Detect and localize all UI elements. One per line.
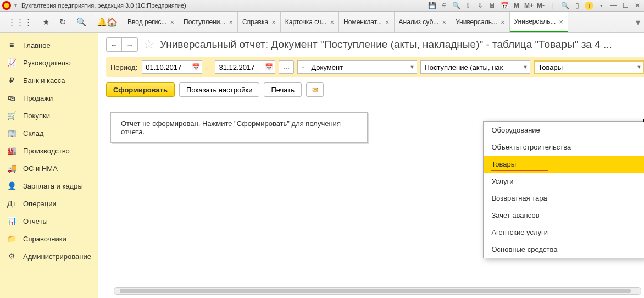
calendar-from-icon[interactable]: 📅 <box>190 61 202 73</box>
doc-icon: ▫ <box>298 64 308 70</box>
home-tab[interactable]: 🏠 <box>101 12 123 32</box>
zoom-icon[interactable]: 🔍 <box>560 2 569 9</box>
dropdown-option[interactable]: Объекты строительства <box>484 139 644 156</box>
maximize-icon[interactable]: ☐ <box>621 2 630 9</box>
tab-0[interactable]: Ввод регис...× <box>123 12 179 32</box>
panels-icon[interactable]: ▯ <box>573 2 581 9</box>
sidebar-item-label: Продажи <box>23 94 53 102</box>
nav-back-icon[interactable]: ← <box>107 38 122 51</box>
tab-close-icon[interactable]: × <box>170 18 174 26</box>
tab-5[interactable]: Анализ суб...× <box>395 12 451 32</box>
sidebar-icon: 📁 <box>7 234 16 243</box>
app-menu-drop-icon[interactable]: ▼ <box>13 3 18 8</box>
m-minus-icon[interactable]: M- <box>536 2 545 9</box>
nav-forward-icon[interactable]: → <box>122 38 137 51</box>
sidebar-item-label: Администрирование <box>23 252 91 261</box>
tab-close-icon[interactable]: × <box>501 18 505 26</box>
window-titlebar: ▼ Бухгалтерия предприятия, редакция 3.0 … <box>0 0 644 12</box>
tab-2[interactable]: Справка× <box>238 12 281 32</box>
apps-grid-icon[interactable]: ⋮⋮⋮ <box>8 17 32 27</box>
tab-4[interactable]: Номенклат...× <box>339 12 394 32</box>
tab-close-icon[interactable]: × <box>330 18 334 26</box>
dropdown-option[interactable]: Зачет авансов <box>484 207 644 224</box>
sidebar-icon: ⚙ <box>7 252 16 261</box>
sidebar-icon: 👤 <box>7 181 16 190</box>
tab-6[interactable]: Универсаль...× <box>451 12 510 32</box>
sidebar-item-12[interactable]: ⚙Администрирование <box>0 247 98 265</box>
tab-close-icon[interactable]: × <box>385 18 390 26</box>
generate-button[interactable]: Сформировать <box>106 82 175 97</box>
tab-label: Карточка сч... <box>285 18 327 26</box>
sidebar-item-4[interactable]: 🛒Покупки <box>0 107 98 124</box>
sidebar-item-7[interactable]: 🚚ОС и НМА <box>0 159 98 177</box>
search-icon[interactable]: 🔍 <box>76 17 87 27</box>
close-window-icon[interactable]: ✕ <box>633 2 642 9</box>
calc-icon[interactable]: 🖩 <box>488 2 497 9</box>
document-select[interactable]: ▼ <box>420 60 530 74</box>
dropdown-option[interactable]: Возвратная тара <box>484 190 644 207</box>
save-icon[interactable]: 💾 <box>428 2 436 9</box>
m-plus-icon[interactable]: M+ <box>524 2 533 9</box>
object-type-select[interactable]: ▫ ▼ <box>297 60 417 74</box>
sidebar-item-1[interactable]: 📈Руководителю <box>0 54 98 71</box>
tabs-overflow-icon[interactable]: ▾ <box>631 12 644 32</box>
tab-7[interactable]: Универсаль...× <box>510 12 569 32</box>
tab-close-icon[interactable]: × <box>229 18 233 26</box>
show-settings-button[interactable]: Показать настройки <box>179 82 259 97</box>
dropdown-option[interactable]: Основные средства <box>484 241 644 258</box>
top-toolbar: ⋮⋮⋮ ★ ↻ 🔍 🔔 🏠 Ввод регис...×Поступлени..… <box>0 12 644 33</box>
sidebar-item-2[interactable]: ₽Банк и касса <box>0 71 98 89</box>
tab-1[interactable]: Поступлени...× <box>179 12 238 32</box>
sidebar-item-3[interactable]: 🛍Продажи <box>0 89 98 107</box>
sidebar-item-label: Операции <box>23 200 57 208</box>
window-title: Бухгалтерия предприятия, редакция 3.0 (1… <box>21 2 428 9</box>
chevron-down-icon[interactable]: ▼ <box>407 61 417 73</box>
sidebar-item-9[interactable]: ДтОперации <box>0 195 98 212</box>
sidebar-item-10[interactable]: 📊Отчеты <box>0 212 98 230</box>
minimize-icon[interactable]: — <box>609 2 618 9</box>
sidebar-item-0[interactable]: ≡Главное <box>0 36 98 54</box>
upload-icon[interactable]: ⇧ <box>464 2 473 9</box>
star-icon[interactable]: ★ <box>42 17 49 27</box>
history-icon[interactable]: ↻ <box>59 17 66 27</box>
period-picker-button[interactable]: ... <box>279 60 294 74</box>
favorite-star-icon[interactable]: ☆ <box>143 37 154 52</box>
sidebar-item-6[interactable]: 🏭Производство <box>0 142 98 159</box>
dropdown-option[interactable]: Оборудование <box>484 122 644 139</box>
horizontal-scrollbar[interactable] <box>114 287 641 295</box>
sidebar-icon: 🚚 <box>7 164 16 173</box>
print-icon[interactable]: 🖨 <box>440 2 448 9</box>
object-type-input[interactable] <box>308 63 407 71</box>
sidebar-item-5[interactable]: 🏢Склад <box>0 124 98 142</box>
sidebar-item-label: Отчеты <box>23 217 48 225</box>
sidebar-item-8[interactable]: 👤Зарплата и кадры <box>0 177 98 195</box>
info-icon[interactable]: i <box>585 2 593 10</box>
mail-button[interactable]: ✉ <box>306 82 324 97</box>
sidebar: ≡Главное📈Руководителю₽Банк и касса🛍Прода… <box>0 33 98 298</box>
chevron-down-icon[interactable]: ▼ <box>520 61 530 73</box>
table-select[interactable]: ▼ <box>534 60 644 74</box>
toolbar-left: ⋮⋮⋮ ★ ↻ 🔍 🔔 <box>0 12 101 32</box>
date-to-field[interactable]: 📅 <box>215 60 275 74</box>
date-from-field[interactable]: 📅 <box>142 60 202 74</box>
table-input[interactable] <box>535 63 634 71</box>
link-icon[interactable]: 🔍 <box>452 2 460 9</box>
chevron-down-icon[interactable]: ▼ <box>634 61 643 73</box>
tab-3[interactable]: Карточка сч...× <box>281 12 339 32</box>
dropdown-option[interactable]: Товары <box>484 156 644 173</box>
date-from-input[interactable] <box>142 63 190 71</box>
date-to-input[interactable] <box>215 63 263 71</box>
dropdown-option[interactable]: Агентские услуги <box>484 224 644 241</box>
print-button[interactable]: Печать <box>264 82 302 97</box>
tab-close-icon[interactable]: × <box>442 18 446 26</box>
download-icon[interactable]: ⇩ <box>476 2 485 9</box>
calendar-icon[interactable]: 📅 <box>500 2 509 9</box>
tab-close-icon[interactable]: × <box>559 18 563 26</box>
calendar-to-icon[interactable]: 📅 <box>263 61 275 73</box>
tab-close-icon[interactable]: × <box>271 18 276 26</box>
info-drop-icon[interactable]: ▾ <box>597 3 606 8</box>
document-input[interactable] <box>421 63 520 71</box>
dropdown-option[interactable]: Услуги <box>484 173 644 190</box>
m-icon[interactable]: M <box>512 2 521 9</box>
sidebar-item-11[interactable]: 📁Справочники <box>0 230 98 247</box>
